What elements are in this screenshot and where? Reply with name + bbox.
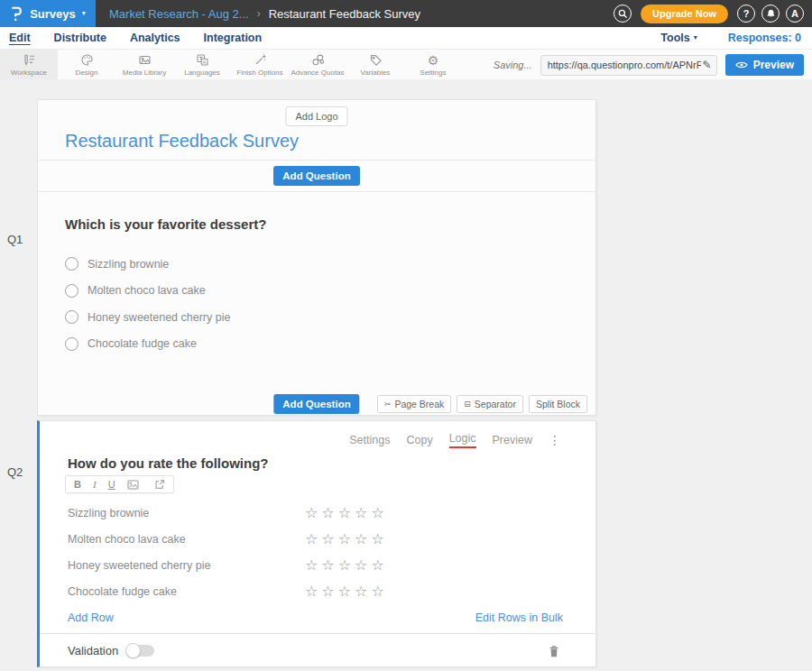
workspace-icon <box>23 53 36 67</box>
bold-button[interactable]: B <box>74 479 81 490</box>
toolbar-item-design[interactable]: Design <box>58 50 115 80</box>
question-2-text[interactable]: How do you rate the following? <box>68 455 595 471</box>
question-settings-link[interactable]: Settings <box>349 434 390 446</box>
kebab-menu-icon[interactable]: ⋮ <box>549 433 561 447</box>
notifications-button[interactable] <box>761 5 780 23</box>
option-label[interactable]: Honey sweetened cherry pie <box>88 311 230 324</box>
add-logo-button[interactable]: Add Logo <box>285 106 347 126</box>
radio-button[interactable] <box>65 310 78 324</box>
avatar[interactable]: A <box>786 5 804 23</box>
edit-rows-in-bulk-link[interactable]: Edit Rows in Bulk <box>475 611 563 624</box>
toolbar-item-advance-quotas[interactable]: Advance Quotas <box>289 50 346 80</box>
bell-icon <box>766 8 776 19</box>
radio-button[interactable] <box>65 284 78 298</box>
breadcrumb-folder-link[interactable]: Market Research - Aug 2... <box>109 7 249 21</box>
row-label[interactable]: Sizzling brownie <box>68 507 305 519</box>
toolbar-item-variables[interactable]: Variables <box>346 50 404 80</box>
product-menu[interactable]: Surveys ▾ <box>0 0 96 27</box>
preview-button[interactable]: Preview <box>725 54 804 76</box>
toolbar-item-workspace[interactable]: Workspace <box>0 50 58 80</box>
tab-edit[interactable]: Edit <box>9 32 31 44</box>
tab-distribute[interactable]: Distribute <box>54 32 106 44</box>
page-break-button[interactable]: ✂ Page Break <box>377 395 451 413</box>
preview-label: Preview <box>753 59 794 71</box>
editor-toolbar: Workspace Design Media Library A Languag… <box>0 50 812 81</box>
option-row: Molten choco lava cake <box>65 278 568 305</box>
star-rating[interactable]: ☆☆☆☆☆ <box>305 583 388 600</box>
help-button[interactable]: ? <box>737 5 755 23</box>
tab-analytics[interactable]: Analytics <box>130 32 180 44</box>
row-label[interactable]: Honey sweetened cherry pie <box>68 559 305 572</box>
toolbar-item-finish-options[interactable]: Finish Options <box>231 50 289 80</box>
upgrade-now-button[interactable]: Upgrade Now <box>641 5 728 23</box>
tab-integration[interactable]: Integration <box>204 32 263 44</box>
rating-rows: Sizzling brownie ☆☆☆☆☆ Molten choco lava… <box>40 500 595 604</box>
delete-question-button[interactable] <box>549 645 559 657</box>
survey-nav: Edit Distribute Analytics Integration To… <box>0 27 812 50</box>
top-bar: Surveys ▾ Market Research - Aug 2... › R… <box>0 0 812 27</box>
nav-right: Tools ▾ Responses: 0 <box>660 32 812 44</box>
radio-button[interactable] <box>65 257 78 271</box>
question-copy-link[interactable]: Copy <box>406 434 432 446</box>
topbar-actions: Upgrade Now ? A <box>614 5 812 23</box>
survey-block-1: Add Logo Restaurant Feedback Survey Add … <box>37 99 596 416</box>
star-rating[interactable]: ☆☆☆☆☆ <box>305 530 388 547</box>
star-rating[interactable]: ☆☆☆☆☆ <box>305 504 388 521</box>
rating-row: Sizzling brownie ☆☆☆☆☆ <box>40 500 595 526</box>
block-actions: ✂ Page Break ⊟ Separator Split Block <box>377 395 587 413</box>
question-2-menu: Settings Copy Logic Preview ⋮ <box>40 421 595 448</box>
add-question-button[interactable]: Add Question <box>273 394 359 414</box>
chain-links-icon <box>311 53 325 67</box>
question-number-q1: Q1 <box>7 233 23 246</box>
responses-count[interactable]: Responses: 0 <box>728 32 801 44</box>
add-row-link[interactable]: Add Row <box>68 611 114 624</box>
rating-row: Honey sweetened cherry pie ☆☆☆☆☆ <box>40 552 595 578</box>
toolbar-right: Saving... ✎ Preview <box>494 50 812 80</box>
breadcrumb-current: Restaurant Feedback Survey <box>269 7 420 21</box>
palette-icon <box>80 53 94 67</box>
question-preview-link[interactable]: Preview <box>493 434 532 446</box>
search-icon <box>618 9 628 19</box>
survey-url-input[interactable] <box>546 59 703 71</box>
question-1-text[interactable]: Which is your favorite dessert? <box>65 216 568 232</box>
question-2-footer: Validation <box>40 633 595 667</box>
add-question-row-top: Add Question <box>38 161 595 192</box>
validation-toggle[interactable] <box>127 645 154 657</box>
survey-block-2-selected: Settings Copy Logic Preview ⋮ How do you… <box>37 420 596 667</box>
text-format-toolbar: B I U <box>65 475 174 493</box>
edit-url-icon[interactable]: ✎ <box>703 59 712 71</box>
question-logic-link[interactable]: Logic <box>449 432 476 448</box>
separator-button[interactable]: ⊟ Separator <box>457 395 523 413</box>
underline-button[interactable]: U <box>108 479 115 490</box>
toolbar-item-media-library[interactable]: Media Library <box>115 50 173 80</box>
split-block-button[interactable]: Split Block <box>529 395 587 413</box>
toolbar-item-settings[interactable]: ⚙ Settings <box>404 50 462 80</box>
star-rating[interactable]: ☆☆☆☆☆ <box>305 556 388 574</box>
add-question-button[interactable]: Add Question <box>273 166 359 186</box>
radio-button[interactable] <box>65 337 78 351</box>
trash-icon <box>549 645 559 657</box>
chevron-down-icon: ▾ <box>82 10 86 17</box>
row-label[interactable]: Chocolate fudge cake <box>68 585 305 598</box>
option-row: Honey sweetened cherry pie <box>65 304 568 331</box>
row-label[interactable]: Molten choco lava cake <box>68 533 305 546</box>
option-row: Sizzling brownie <box>65 251 568 278</box>
image-icon <box>138 53 152 67</box>
title-section: Add Logo Restaurant Feedback Survey <box>38 100 595 161</box>
tools-menu[interactable]: Tools ▾ <box>660 32 697 44</box>
insert-link-button[interactable] <box>154 479 165 490</box>
toolbar-item-languages[interactable]: A Languages <box>173 50 231 80</box>
search-button[interactable] <box>614 5 632 23</box>
tools-label: Tools <box>660 32 689 44</box>
option-label[interactable]: Chocolate fudge cake <box>88 337 197 350</box>
question-number-q2: Q2 <box>7 465 23 479</box>
option-row: Chocolate fudge cake <box>65 331 568 358</box>
italic-button[interactable]: I <box>93 479 97 490</box>
option-label[interactable]: Molten choco lava cake <box>88 284 206 297</box>
survey-url-field: ✎ <box>540 55 717 76</box>
survey-title[interactable]: Restaurant Feedback Survey <box>65 131 299 152</box>
gear-icon: ⚙ <box>428 54 439 67</box>
insert-image-button[interactable] <box>127 480 139 490</box>
row-actions: Add Row Edit Rows in Bulk <box>68 611 563 624</box>
option-label[interactable]: Sizzling brownie <box>88 258 169 271</box>
